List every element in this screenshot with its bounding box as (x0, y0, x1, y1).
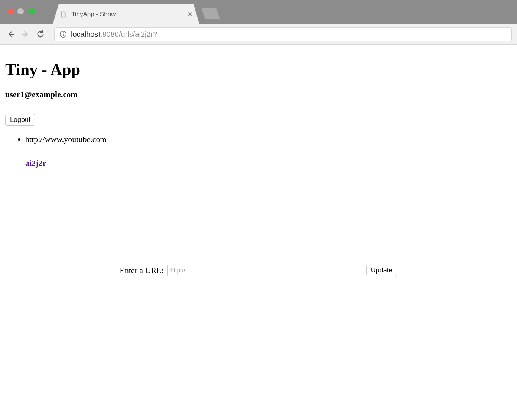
info-icon[interactable] (59, 30, 67, 38)
url-host: localhost (71, 30, 100, 39)
url-list: http://www.youtube.com (5, 135, 512, 144)
browser-tab[interactable]: TinyApp - Show ✕ (53, 4, 199, 24)
window-controls (7, 8, 35, 14)
new-tab-button[interactable] (201, 8, 220, 19)
address-bar[interactable]: localhost:8080/urls/ai2j2r? (54, 27, 512, 41)
tab-title: TinyApp - Show (71, 11, 184, 18)
window-minimize-button[interactable] (17, 8, 24, 14)
browser-toolbar: localhost:8080/urls/ai2j2r? (0, 24, 517, 45)
url-input[interactable] (167, 265, 363, 276)
browser-tab-strip: TinyApp - Show ✕ (0, 0, 517, 24)
long-url-text: http://www.youtube.com (25, 135, 512, 144)
page-content: Tiny - App user1@example.com Logout http… (0, 45, 517, 281)
reload-button[interactable] (35, 29, 46, 40)
window-close-button[interactable] (7, 8, 13, 14)
url-input-label: Enter a URL: (120, 266, 164, 275)
update-button[interactable]: Update (366, 265, 397, 276)
short-url-link[interactable]: ai2j2r (25, 158, 46, 168)
close-icon[interactable]: ✕ (187, 10, 193, 19)
page-title: Tiny - App (5, 60, 512, 79)
svg-point-4 (63, 32, 64, 33)
update-url-form: Enter a URL: Update (5, 265, 512, 276)
page-icon (59, 11, 67, 18)
window-maximize-button[interactable] (28, 8, 35, 14)
user-email: user1@example.com (5, 90, 512, 99)
logout-button[interactable]: Logout (5, 114, 35, 126)
list-item: http://www.youtube.com (25, 135, 512, 144)
back-button[interactable] (5, 29, 16, 40)
url-path: :8080/urls/ai2j2r? (100, 30, 157, 39)
forward-button[interactable] (20, 29, 31, 40)
